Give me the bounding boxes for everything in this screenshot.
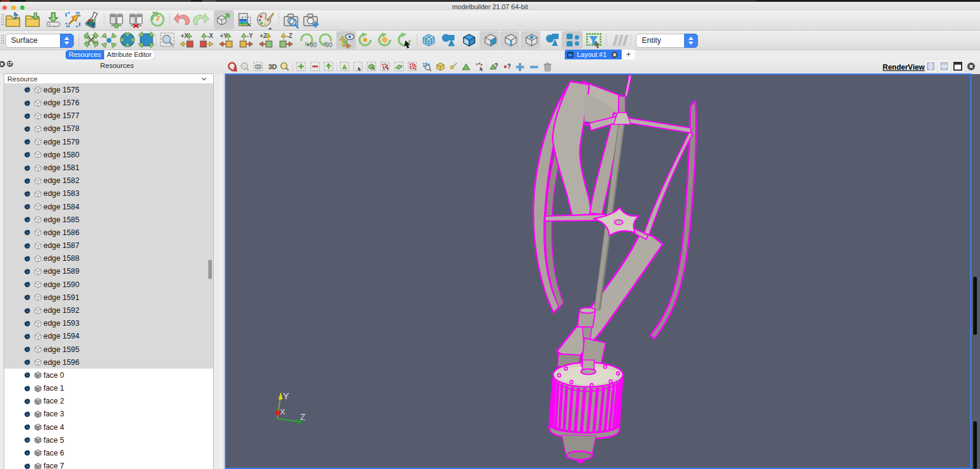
svg-text:Y: Y	[283, 391, 289, 401]
svg-text:Z: Z	[300, 412, 306, 422]
svg-text:-Z: -Z	[287, 32, 292, 39]
svg-text:?: ?	[494, 62, 498, 69]
svg-text:-90: -90	[323, 42, 333, 48]
svg-text:?: ?	[507, 63, 511, 70]
svg-text:X: X	[280, 407, 285, 416]
svg-text:3D: 3D	[268, 63, 277, 70]
svg-text:-X: -X	[207, 32, 213, 39]
svg-text:+Z: +Z	[260, 32, 267, 39]
svg-text:-Y: -Y	[247, 32, 253, 39]
svg-text:+90: +90	[306, 42, 317, 48]
